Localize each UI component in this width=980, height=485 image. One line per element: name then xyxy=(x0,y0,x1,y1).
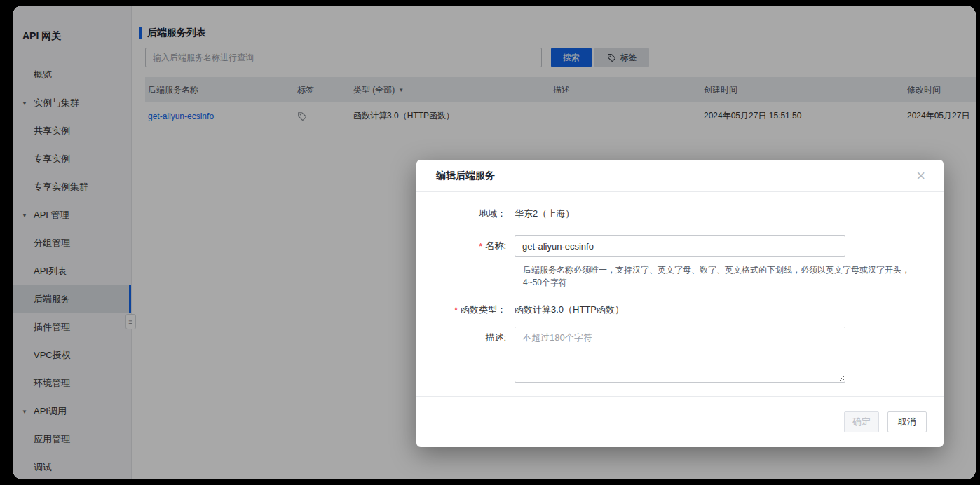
name-input[interactable] xyxy=(515,235,845,257)
app-window: API 网关 概览 ▼实例与集群 共享实例 专享实例 专享实例集群 ▼API 管… xyxy=(13,6,976,479)
close-icon[interactable]: × xyxy=(916,168,925,184)
function-type-label-text: 函数类型： xyxy=(461,303,506,316)
edit-backend-service-modal: 编辑后端服务 × 地域： 华东2（上海） * 名称: 后端服务名称必须唯一，支持… xyxy=(416,160,944,447)
name-label-text: 名称: xyxy=(485,240,506,252)
name-row: * 名称: xyxy=(416,235,944,257)
function-type-value: 函数计算3.0（HTTP函数） xyxy=(515,303,624,316)
modal-body: 地域： 华东2（上海） * 名称: 后端服务名称必须唯一，支持汉字、英文字母、数… xyxy=(416,192,944,383)
required-mark: * xyxy=(454,305,458,315)
region-row: 地域： 华东2（上海） xyxy=(416,207,944,220)
region-label: 地域： xyxy=(416,207,515,220)
region-value: 华东2（上海） xyxy=(515,207,574,220)
description-textarea[interactable] xyxy=(515,327,845,383)
screen: { "colors": { "accent": "#1366ec", "requ… xyxy=(0,0,980,485)
modal-title: 编辑后端服务 xyxy=(436,170,495,182)
modal-footer: 确定 取消 xyxy=(416,396,944,447)
confirm-button[interactable]: 确定 xyxy=(844,411,879,432)
description-label: 描述: xyxy=(416,327,515,344)
function-type-label: * 函数类型： xyxy=(416,303,515,316)
name-help-text: 后端服务名称必须唯一，支持汉字、英文字母、数字、英文格式的下划线，必须以英文字母… xyxy=(523,264,913,289)
description-row: 描述: xyxy=(416,327,944,383)
name-label: * 名称: xyxy=(416,240,515,252)
function-type-row: * 函数类型： 函数计算3.0（HTTP函数） xyxy=(416,303,944,317)
cancel-button[interactable]: 取消 xyxy=(887,411,927,432)
modal-header: 编辑后端服务 × xyxy=(416,160,944,192)
required-mark: * xyxy=(479,241,482,252)
